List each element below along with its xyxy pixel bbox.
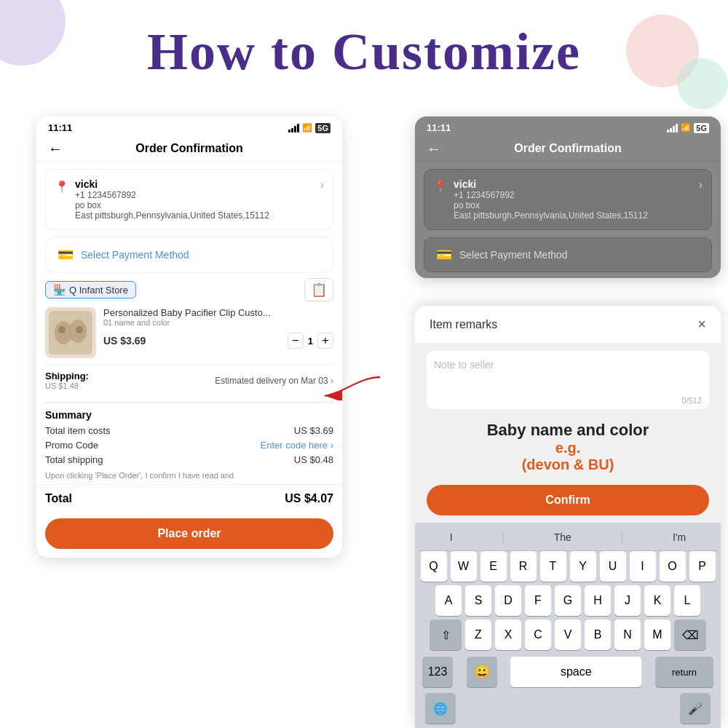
return-key[interactable]: return [655, 657, 713, 687]
key-p[interactable]: P [689, 551, 716, 582]
left-qty-number: 1 [308, 336, 313, 347]
key-j[interactable]: J [614, 585, 641, 616]
left-header-title: Order Confirmation [135, 142, 243, 155]
left-store-name: Q Infant Store [69, 285, 128, 296]
key-z[interactable]: Z [465, 620, 491, 650]
key-n[interactable]: N [614, 620, 641, 650]
note-area[interactable]: Note to seller 0/512 [427, 351, 709, 409]
left-address-card[interactable]: 📍 vicki +1 1234567892 po box East pittsb… [45, 169, 333, 230]
left-promo-value[interactable]: Enter code here › [261, 440, 333, 451]
left-address-line1: po box [75, 200, 320, 210]
key-a[interactable]: A [435, 585, 462, 616]
left-product-price: US $3.69 [103, 335, 146, 347]
left-total-row: Total US $4.07 [36, 484, 342, 513]
left-product-info: Personalized Baby Pacifier Clip Custo...… [103, 307, 333, 349]
key-c[interactable]: C [525, 620, 551, 650]
network-icon: 5G [315, 123, 331, 133]
delete-key[interactable]: ⌫ [674, 620, 706, 650]
qty-increase-button[interactable]: + [317, 333, 333, 349]
svg-point-3 [58, 326, 66, 333]
key-e[interactable]: E [480, 551, 507, 582]
key-b[interactable]: B [585, 620, 611, 650]
right-payment-label: Select Payment Method [459, 249, 568, 261]
left-store-row: 🏪 Q Infant Store 📋 [45, 278, 333, 301]
left-store-badge: 🏪 Q Infant Store [45, 281, 136, 298]
note-placeholder: Note to seller [434, 359, 494, 371]
keyboard-row-1: Q W E R T Y U I O P [418, 551, 718, 582]
address-chevron-icon: › [320, 178, 324, 191]
key-l[interactable]: L [674, 585, 700, 616]
key-i[interactable]: I [630, 551, 656, 582]
key-u[interactable]: U [600, 551, 626, 582]
left-order-header: ← Order Confirmation [36, 136, 342, 162]
left-shipping-cost: US $1.48 [45, 381, 89, 390]
key-f[interactable]: F [525, 585, 551, 616]
left-total-items-value: US $3.69 [294, 425, 333, 436]
left-total-value: US $4.07 [285, 492, 333, 505]
popup-close-button[interactable]: × [697, 316, 706, 333]
right-wifi-icon: 📶 [681, 123, 691, 132]
globe-key[interactable]: 🌐 [425, 693, 456, 724]
mic-key[interactable]: 🎤 [680, 693, 711, 724]
left-shipping-left: Shipping: US $1.48 [45, 371, 89, 390]
key-t[interactable]: T [540, 551, 566, 582]
left-product-name: Personalized Baby Pacifier Clip Custo... [103, 307, 333, 318]
numbers-key[interactable]: 123 [422, 657, 453, 687]
left-total-shipping-label: Total shipping [45, 454, 103, 465]
key-w[interactable]: W [451, 551, 477, 582]
right-status-bar: 11:11 📶 5G [415, 116, 721, 136]
hint-example: e.g.(devon & BU) [422, 440, 713, 473]
right-address-phone: +1 1234567892 [454, 190, 699, 200]
svg-point-4 [76, 326, 83, 333]
key-o[interactable]: O [660, 551, 686, 582]
popup-confirm-button[interactable]: Confirm [427, 485, 709, 515]
shift-key[interactable]: ⇧ [430, 620, 462, 650]
left-promo-row[interactable]: Promo Code Enter code here › [45, 440, 333, 451]
left-product-variant: 01 name and color [103, 318, 333, 327]
key-s[interactable]: S [465, 585, 491, 616]
left-payment-row[interactable]: 💳 Select Payment Method [45, 237, 333, 272]
right-address-card[interactable]: 📍 vicki +1 1234567892 po box East pittsb… [424, 169, 712, 230]
emoji-key[interactable]: 😀 [467, 657, 497, 687]
key-k[interactable]: K [644, 585, 670, 616]
payment-icon: 💳 [58, 247, 74, 263]
right-payment-row[interactable]: 💳 Select Payment Method [424, 237, 712, 272]
place-order-button[interactable]: Place order [45, 518, 333, 549]
right-header-title: Order Confirmation [514, 142, 622, 155]
left-phone-screenshot: 11:11 📶 5G ← Order Confirmation 📍 vicki … [36, 116, 342, 558]
qty-decrease-button[interactable]: − [288, 333, 304, 349]
hint-title: Baby name and color [422, 421, 713, 440]
key-v[interactable]: V [555, 620, 581, 650]
right-status-time: 11:11 [427, 122, 451, 133]
back-arrow-icon[interactable]: ← [48, 141, 63, 157]
key-m[interactable]: M [644, 620, 670, 650]
key-x[interactable]: X [495, 620, 521, 650]
store-icon: 🏪 [53, 284, 66, 296]
suggestion-i[interactable]: I [450, 531, 453, 545]
space-key[interactable]: space [510, 657, 641, 687]
suggestion-the[interactable]: The [554, 531, 571, 545]
keyboard-row-3: ⇧ Z X C V B N M ⌫ [418, 620, 718, 650]
right-address-info: vicki +1 1234567892 po box East pittsbur… [454, 178, 699, 221]
key-y[interactable]: Y [570, 551, 596, 582]
key-q[interactable]: Q [421, 551, 447, 582]
main-title: How to Customize [0, 22, 728, 82]
right-address-line1: po box [454, 200, 699, 210]
right-order-header: ← Order Confirmation [415, 136, 721, 162]
key-g[interactable]: G [555, 585, 581, 616]
keyboard-extra-row: 🌐 🎤 [418, 690, 718, 728]
left-summary-section: Summary Total item costs US $3.69 Promo … [45, 402, 333, 465]
suggestion-im[interactable]: I'm [673, 531, 686, 545]
right-back-arrow-icon[interactable]: ← [427, 141, 441, 157]
key-d[interactable]: D [495, 585, 521, 616]
note-icon-button[interactable]: 📋 [304, 278, 333, 301]
key-r[interactable]: R [510, 551, 537, 582]
left-product-image [45, 307, 96, 358]
left-total-items-row: Total item costs US $3.69 [45, 425, 333, 436]
key-h[interactable]: H [585, 585, 611, 616]
right-signal-bars-icon [667, 124, 678, 132]
left-status-bar: 11:11 📶 5G [36, 116, 342, 136]
left-shipping-row: Shipping: US $1.48 Estimated delivery on… [45, 364, 333, 396]
left-address-info: vicki +1 1234567892 po box East pittsbur… [75, 178, 320, 221]
left-disclaimer: Upon clicking 'Place Order', I confirm I… [45, 471, 333, 480]
